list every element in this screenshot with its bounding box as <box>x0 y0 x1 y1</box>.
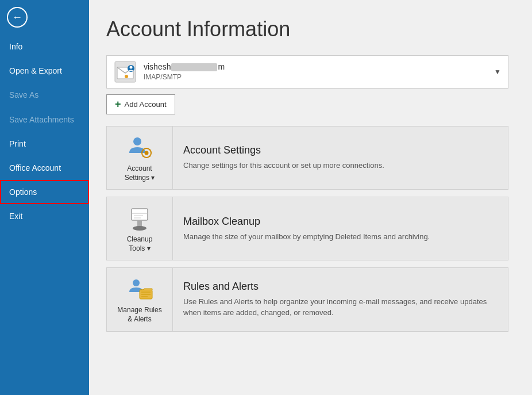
page-title: Account Information <box>106 17 509 41</box>
manage-rules-content: Rules and Alerts Use Rules and Alerts to… <box>173 268 508 331</box>
cleanup-tools-button[interactable]: CleanupTools ▾ <box>107 197 173 260</box>
add-account-button[interactable]: + Add Account <box>106 94 175 114</box>
account-selector[interactable]: visheshm IMAP/SMTP ▼ <box>106 55 508 89</box>
svg-point-3 <box>130 66 133 69</box>
cleanup-tools-title: Mailbox Cleanup <box>183 216 430 228</box>
svg-line-13 <box>149 156 151 157</box>
sidebar-item-open-export[interactable]: Open & Export <box>0 59 89 83</box>
sidebar-item-office-account[interactable]: Office Account <box>0 156 89 180</box>
account-avatar-icon <box>114 60 137 83</box>
sidebar-item-print[interactable]: Print <box>0 132 89 156</box>
manage-rules-icon-label: Manage Rules& Alerts <box>117 306 161 324</box>
account-settings-description: Change settings for this account or set … <box>183 160 384 171</box>
cleanup-tools-card: CleanupTools ▾ Mailbox Cleanup Manage th… <box>106 197 508 260</box>
cleanup-tools-description: Manage the size of your mailbox by empty… <box>183 231 430 243</box>
add-account-label: Add Account <box>125 100 167 109</box>
sidebar-item-exit[interactable]: Exit <box>0 204 89 228</box>
account-settings-button[interactable]: AccountSettings ▾ <box>107 126 173 189</box>
account-settings-title: Account Settings <box>183 144 384 156</box>
cleanup-tools-icon <box>126 204 153 232</box>
sidebar-item-info[interactable]: Info <box>0 34 89 59</box>
cleanup-tools-content: Mailbox Cleanup Manage the size of your … <box>173 197 440 260</box>
cleanup-tools-icon-label: CleanupTools ▾ <box>127 235 153 253</box>
back-arrow-icon: ← <box>7 7 28 28</box>
account-dropdown-arrow-icon: ▼ <box>494 68 501 76</box>
plus-icon: + <box>115 98 121 110</box>
account-settings-icon <box>126 133 153 161</box>
sidebar-item-save-attachments: Save Attachments <box>0 108 89 132</box>
svg-line-15 <box>149 149 151 151</box>
back-button[interactable]: ← <box>3 3 31 31</box>
account-settings-icon-label: AccountSettings ▾ <box>125 164 155 182</box>
account-settings-card: AccountSettings ▾ Account Settings Chang… <box>106 126 508 190</box>
sidebar: ← Info Open & Export Save As Save Attach… <box>0 0 89 395</box>
svg-point-5 <box>133 137 141 145</box>
svg-point-4 <box>125 75 128 78</box>
sidebar-item-options[interactable]: Options <box>0 180 89 204</box>
svg-point-19 <box>133 226 147 231</box>
account-details: visheshm IMAP/SMTP <box>144 62 489 82</box>
svg-point-7 <box>145 151 149 155</box>
svg-point-22 <box>133 279 140 286</box>
manage-rules-title: Rules and Alerts <box>183 281 498 293</box>
sidebar-item-save-as: Save As <box>0 83 89 107</box>
manage-rules-icon <box>126 275 153 302</box>
main-content: Account Information visheshm IMAP/SMT <box>89 0 532 395</box>
manage-rules-description: Use Rules and Alerts to help organize yo… <box>183 296 498 319</box>
account-type: IMAP/SMTP <box>144 73 182 81</box>
svg-rect-16 <box>132 209 148 220</box>
manage-rules-button[interactable]: Manage Rules& Alerts <box>107 268 173 331</box>
manage-rules-card: Manage Rules& Alerts Rules and Alerts Us… <box>106 267 508 331</box>
account-email: visheshm <box>144 62 489 71</box>
svg-line-12 <box>143 149 144 151</box>
svg-line-14 <box>143 156 144 157</box>
account-settings-content: Account Settings Change settings for thi… <box>173 126 395 189</box>
